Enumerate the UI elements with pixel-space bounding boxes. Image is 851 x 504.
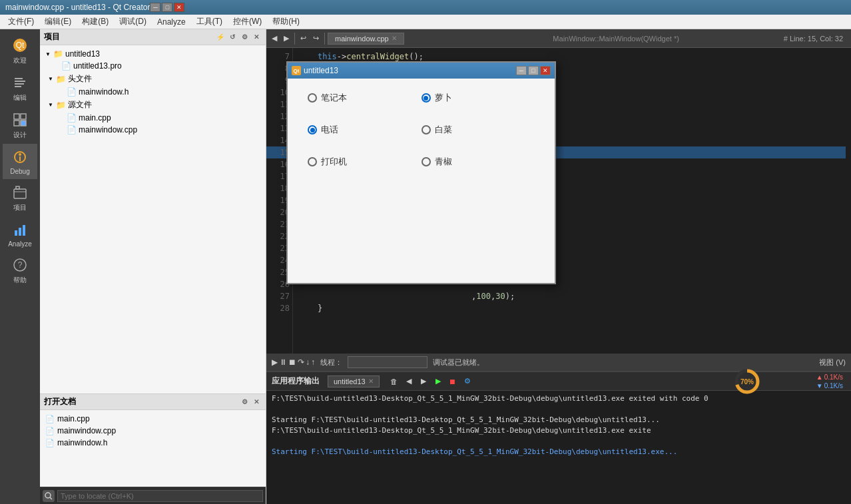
panel-settings-btn[interactable]: ⚙ xyxy=(239,32,250,43)
bottom-btn-prev[interactable]: ◀ xyxy=(402,375,416,388)
radio-qingjiao[interactable] xyxy=(422,157,431,166)
menu-help[interactable]: 帮助(H) xyxy=(267,15,305,29)
sidebar-icons: Qt 欢迎 编辑 设计 Debug 项目 xyxy=(0,29,40,504)
menu-edit[interactable]: 编辑(E) xyxy=(39,15,77,29)
radio-row-luobo: 萝卜 xyxy=(422,92,535,104)
svg-rect-15 xyxy=(15,230,17,236)
headers-folder-icon: 📁 xyxy=(56,75,66,84)
tree-label-mainwindow-h: mainwindow.h xyxy=(79,87,129,97)
radio-dianhua[interactable] xyxy=(308,125,317,134)
toolbar-nav2-btn[interactable]: ↪ xyxy=(310,31,322,46)
progress-container: 70% xyxy=(734,368,760,395)
debug-view-btn[interactable]: 视图 (V) xyxy=(819,358,846,368)
menu-debug[interactable]: 调试(D) xyxy=(114,15,152,29)
svg-rect-8 xyxy=(14,121,19,126)
bottom-tab-close-icon[interactable]: ✕ xyxy=(368,378,374,385)
debug-minimize-btn[interactable]: ─ xyxy=(516,66,527,75)
debug-play-btn[interactable]: ▶ xyxy=(272,358,278,367)
debug-window-title: untitled13 xyxy=(304,66,338,75)
debug-close-btn[interactable]: ✕ xyxy=(540,66,551,75)
tree-item-pro[interactable]: 📄 untitled13.pro xyxy=(40,60,266,72)
tree-item-mainwindow-h[interactable]: 📄 mainwindow.h xyxy=(40,86,266,98)
progress-circle-svg: 70% xyxy=(734,368,760,395)
mainwindow-cpp-icon: 📄 xyxy=(67,125,77,134)
debug-step-in-btn[interactable]: ↓ xyxy=(306,358,310,367)
menu-build[interactable]: 构建(B) xyxy=(77,15,114,29)
code-line-28: } xyxy=(298,302,846,314)
up-arrow-icon: ▲ xyxy=(816,374,823,381)
bottom-btn-stop[interactable]: ⏹ xyxy=(446,375,459,388)
menu-tools[interactable]: 工具(T) xyxy=(191,15,228,29)
toolbar-back-btn[interactable]: ◀ xyxy=(269,31,280,46)
bottom-btn-debug[interactable]: ⚙ xyxy=(461,375,474,388)
main-cpp-icon: 📄 xyxy=(67,113,77,123)
debug-pause-btn[interactable]: ⏸ xyxy=(279,358,287,367)
sidebar-item-debug[interactable]: Debug xyxy=(3,144,37,179)
menu-analyze[interactable]: Analyze xyxy=(152,16,191,28)
menu-controls[interactable]: 控件(W) xyxy=(228,15,267,29)
debug-thread-input[interactable] xyxy=(348,356,427,368)
tree-item-root[interactable]: ▼ 📁 untitled13 xyxy=(40,48,266,60)
bottom-output[interactable]: F:\TEST\build-untitled13-Desktop_Qt_5_5_… xyxy=(266,391,851,504)
open-docs-panel: 打开文档 ⚙ ✕ 📄 main.cpp 📄 mainwindow.cpp 📄 m xyxy=(40,393,266,487)
open-docs-close-btn[interactable]: ✕ xyxy=(251,397,262,407)
sidebar-item-help[interactable]: ? 帮助 xyxy=(3,252,37,289)
open-docs-settings-btn[interactable]: ⚙ xyxy=(239,397,250,407)
open-docs-title: 打开文档 xyxy=(44,396,76,407)
toolbar-forward-btn[interactable]: ▶ xyxy=(281,31,292,46)
tree-item-headers[interactable]: ▼ 📁 头文件 xyxy=(40,72,266,86)
tree-label-headers: 头文件 xyxy=(68,73,92,85)
radio-bijibenb[interactable] xyxy=(308,93,317,103)
output-line-2 xyxy=(272,404,846,415)
tree-label-pro: untitled13.pro xyxy=(73,61,122,71)
panel-header-icons: ⚡ ↺ ⚙ ✕ xyxy=(215,32,262,43)
open-doc-mainwindow-h[interactable]: 📄 mainwindow.h xyxy=(43,437,263,449)
panel-sync-btn[interactable]: ↺ xyxy=(227,32,238,43)
code-editor[interactable]: 7 8 9 10 11 12 13 14 15 16 17 18 19 20 2… xyxy=(266,48,851,354)
sidebar-item-welcome[interactable]: Qt 欢迎 xyxy=(3,32,37,69)
design-icon xyxy=(11,111,29,129)
tree-item-sources[interactable]: ▼ 📁 源文件 xyxy=(40,98,266,112)
panel-filter-btn[interactable]: ⚡ xyxy=(215,32,226,43)
editor-file-tab-close[interactable]: ✕ xyxy=(392,35,397,42)
sidebar-item-design[interactable]: 设计 xyxy=(3,107,37,144)
debug-step-out-btn[interactable]: ↑ xyxy=(311,358,315,367)
search-input[interactable] xyxy=(57,490,263,502)
debug-step-over-btn[interactable]: ↷ xyxy=(298,358,304,367)
minimize-button[interactable]: ─ xyxy=(150,3,160,12)
close-button[interactable]: ✕ xyxy=(174,3,184,12)
bottom-active-tab[interactable]: untitled13 ✕ xyxy=(328,376,380,387)
svg-rect-14 xyxy=(16,186,19,189)
sidebar-item-analyze[interactable]: Analyze xyxy=(3,216,37,252)
bottom-btn-next[interactable]: ▶ xyxy=(417,375,430,388)
sidebar-label-edit: 编辑 xyxy=(13,93,27,103)
sidebar-label-help: 帮助 xyxy=(13,276,27,285)
maximize-button[interactable]: □ xyxy=(162,3,172,12)
radio-luobo[interactable] xyxy=(422,93,431,103)
breadcrumb-area: MainWindow::MainWindow(QWidget *) xyxy=(547,35,776,43)
tree-item-main-cpp[interactable]: 📄 main.cpp xyxy=(40,112,266,124)
open-doc-mainwindow-cpp[interactable]: 📄 mainwindow.cpp xyxy=(43,425,263,437)
editor-file-tab[interactable]: mainwindow.cpp ✕ xyxy=(328,33,404,45)
tree-item-mainwindow-cpp[interactable]: 📄 mainwindow.cpp xyxy=(40,124,266,136)
title-bar-buttons: ─ □ ✕ xyxy=(150,3,184,12)
search-icon-wrap[interactable] xyxy=(43,490,55,502)
right-area: ◀ ▶ ↩ ↪ mainwindow.cpp ✕ MainWindow::Mai… xyxy=(266,29,851,504)
sidebar-label-project: 项目 xyxy=(13,203,27,212)
debug-maximize-btn[interactable]: □ xyxy=(528,66,539,75)
tree-arrow-sources: ▼ xyxy=(48,102,56,108)
sidebar-item-edit[interactable]: 编辑 xyxy=(3,69,37,107)
panel-close-btn[interactable]: ✕ xyxy=(251,32,262,43)
project-icon xyxy=(11,183,29,202)
speed-up: ▲ 0.1K/s xyxy=(816,374,843,381)
progress-text-label: 70% xyxy=(740,378,754,385)
radio-baicai[interactable] xyxy=(422,125,431,134)
bottom-btn-run[interactable]: ▶ xyxy=(431,375,445,388)
menu-file[interactable]: 文件(F) xyxy=(3,15,39,29)
bottom-btn-clear[interactable]: 🗑 xyxy=(388,375,401,388)
toolbar-nav-btn[interactable]: ↩ xyxy=(298,31,309,46)
radio-dayinji[interactable] xyxy=(308,157,317,166)
open-doc-main-cpp[interactable]: 📄 main.cpp xyxy=(43,413,263,425)
sidebar-item-project[interactable]: 项目 xyxy=(3,179,37,216)
debug-stop-btn[interactable]: ⏹ xyxy=(288,358,296,367)
